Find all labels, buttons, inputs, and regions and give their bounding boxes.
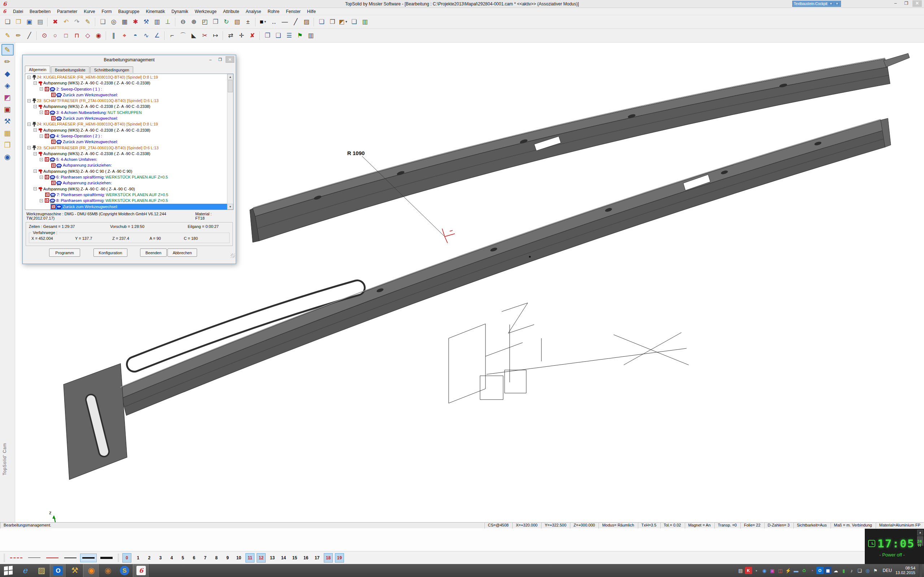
multi-view-icon[interactable]: ❐ xyxy=(210,17,221,27)
coordinate-axes-icon[interactable]: ⊥ xyxy=(163,17,173,27)
dialog-restore-button[interactable]: ❐ xyxy=(216,56,225,63)
tree-row-selected[interactable]: bZurück zum Werkzeugwechsel: xyxy=(50,204,227,210)
taskbar-internet-explorer-icon[interactable]: e xyxy=(16,564,33,577)
programm-button[interactable]: Programm xyxy=(49,248,80,257)
page-9[interactable]: 9 xyxy=(223,553,232,562)
page-4[interactable]: 4 xyxy=(167,553,176,562)
tree-row[interactable]: bZurück zum Werkzeugwechsel: xyxy=(25,115,227,121)
tree-row[interactable]: −Aufspannung (WKS) Z- A -90 C -0.2338 ( … xyxy=(25,80,227,86)
linestyle-thick-black[interactable] xyxy=(80,554,97,562)
refresh-view-icon[interactable]: ↻ xyxy=(221,17,231,27)
dropdown-arrow-icon[interactable]: ▼ xyxy=(264,20,267,23)
tree-collapse-icon[interactable]: − xyxy=(27,76,31,79)
volume-tray-icon[interactable]: ♪ xyxy=(848,567,855,574)
taskbar-outlook-icon[interactable]: O xyxy=(50,564,66,577)
bearbeitungsmanagement-dialog[interactable]: Bearbeitungsmanagement – ❐ ✕ AllgemeinBe… xyxy=(23,55,236,264)
tree-row-content[interactable]: bZurück zum Werkzeugwechsel: xyxy=(50,115,227,121)
tree-row-content[interactable]: Aufspannung (WKS) Z- A -90 C -0.2338 ( Z… xyxy=(38,80,227,86)
group-tool-icon[interactable]: ☰ xyxy=(284,31,294,41)
tree-collapse-icon[interactable]: − xyxy=(34,128,37,132)
tools-icon[interactable]: ⚒ xyxy=(141,17,151,27)
linestyle-xthick-black[interactable] xyxy=(98,554,115,562)
tree-collapse-icon[interactable]: − xyxy=(34,169,37,173)
usb-device-tray-icon[interactable]: ▬ xyxy=(793,567,800,574)
linestyle-thin-black[interactable] xyxy=(26,554,43,562)
tree-row-content[interactable]: Aufspannung (WKS) Z- A -90 C -0.2338 ( Z… xyxy=(38,103,227,109)
page-6[interactable]: 6 xyxy=(189,553,199,562)
tree-row[interactable]: −b4: Sweep-Operation ( 2 ) : xyxy=(25,133,227,139)
page-13[interactable]: 13 xyxy=(268,553,277,562)
zoom-out-icon[interactable]: ⊖ xyxy=(178,17,188,27)
sync-tray-icon[interactable]: ♻ xyxy=(801,567,808,574)
fillet-tool-icon[interactable]: ⌒ xyxy=(178,31,188,41)
tree-row[interactable]: bZurück zum Werkzeugwechsel: xyxy=(25,139,227,145)
dialog-minimize-button[interactable]: – xyxy=(206,56,215,63)
tree-row-content[interactable]: b2: Sweep-Operation ( 1 ) : xyxy=(44,86,227,92)
tree-row[interactable]: −Aufspannung (WKS) Z- A -90 C -0.2338 ( … xyxy=(25,127,227,133)
mode-cam-setup-icon[interactable]: ▣ xyxy=(2,103,14,115)
page-18[interactable]: 18 xyxy=(324,553,333,562)
network-tray-icon[interactable]: ❏ xyxy=(856,567,863,574)
mode-cam-document-icon[interactable]: ❒ xyxy=(2,139,14,151)
tree-row[interactable]: −24: KUGELFRAESER (FR_HEMI-008010Q-BT40)… xyxy=(25,74,227,80)
line-width-icon[interactable]: — xyxy=(280,17,290,27)
copy-tool-icon[interactable]: ❐ xyxy=(262,31,273,41)
tree-row[interactable]: bZurück zum Werkzeugwechsel: xyxy=(25,204,227,210)
tree-row[interactable]: bAufspannung zurückziehen: xyxy=(25,180,227,186)
rectangle-tool-icon[interactable]: □ xyxy=(61,31,71,41)
usb-safely-remove-tray-icon[interactable]: ▮ xyxy=(840,567,848,574)
page-10[interactable]: 10 xyxy=(234,553,243,562)
window-close-button[interactable]: ✕ xyxy=(913,0,922,7)
tree-row[interactable]: −Aufspannung (WKS) Z- A -90 C 90 ( Z- A … xyxy=(25,168,227,174)
onedrive-tray-icon[interactable]: ☁ xyxy=(832,567,840,574)
menu-fenster[interactable]: Fenster xyxy=(283,8,304,15)
menu-hilfe[interactable]: Hilfe xyxy=(304,8,319,15)
page-15[interactable]: 15 xyxy=(290,553,299,562)
sketch-2d-icon[interactable]: ✎ xyxy=(3,31,13,41)
tree-row-content[interactable]: bZurück zum Werkzeugwechsel: xyxy=(50,92,227,98)
linestyle-dashdot-red[interactable] xyxy=(8,554,24,562)
angle-tool-icon[interactable]: ∠ xyxy=(152,31,162,41)
menu-kinematik[interactable]: Kinematik xyxy=(142,8,168,15)
tree-row-content[interactable]: 23: SCHAFTFRAESER (FR_2TAI-006010Q-BT40)… xyxy=(32,98,227,103)
tree-row-content[interactable]: b6: Planfraesen spiralförmig: WERKSTÜCK … xyxy=(44,174,227,180)
center-tool-icon[interactable]: ⌖ xyxy=(120,31,129,41)
delete-tool-icon[interactable]: ✘ xyxy=(247,31,257,41)
zoom-in-icon[interactable]: ⊕ xyxy=(189,17,199,27)
polygon-tool-icon[interactable]: ◇ xyxy=(82,31,93,41)
power-tray-icon[interactable]: ◎ xyxy=(864,567,871,574)
linestyle-medium-black[interactable] xyxy=(62,554,79,562)
kaspersky-tray-icon[interactable]: K xyxy=(745,567,752,574)
window-restore-button[interactable]: ❐ xyxy=(901,0,911,7)
scroll-down-icon[interactable]: ▼ xyxy=(228,204,233,210)
mode-solid-icon[interactable]: ◆ xyxy=(2,68,14,79)
tree-row[interactable]: b7: Planfraesen spiralförmig: WERKSTÜCK … xyxy=(25,192,227,198)
taskbar-firefox-icon[interactable]: ◉ xyxy=(83,564,100,577)
mode-cam-tooling-icon[interactable]: ▦ xyxy=(2,127,14,139)
flag-tool-icon[interactable]: ⚑ xyxy=(295,31,305,41)
scheduler-tray-icon[interactable]: ◔ xyxy=(809,567,816,574)
line-tool-icon[interactable]: ╱ xyxy=(24,31,34,41)
page-0[interactable]: 0 xyxy=(122,553,131,562)
tree-row[interactable]: −b2: Sweep-Operation ( 1 ) : xyxy=(25,86,227,92)
page-11[interactable]: 11 xyxy=(246,553,254,562)
page-16[interactable]: 16 xyxy=(301,553,310,562)
tree-row-content[interactable]: Aufspannung (WKS) Z- A -90 C -0.2338 ( Z… xyxy=(38,127,227,133)
menu-kurve[interactable]: Kurve xyxy=(81,8,98,15)
tree-row-content[interactable]: bZurück zum Werkzeugwechsel: xyxy=(50,139,227,145)
page-5[interactable]: 5 xyxy=(178,553,187,562)
page-8[interactable]: 8 xyxy=(212,553,221,562)
tree-row-content[interactable]: b8: Planfraesen spiralförmig: WERKSTÜCK … xyxy=(44,198,227,203)
cce-tray-icon[interactable]: ▦ xyxy=(824,567,832,574)
tree-collapse-icon[interactable]: − xyxy=(34,82,37,85)
tree-row[interactable]: −b3: 4-Achsen Nutbearbeitung: NUT SCHRUP… xyxy=(25,110,227,115)
operation-tree[interactable]: −24: KUGELFRAESER (FR_HEMI-008010Q-BT40)… xyxy=(25,74,227,210)
tab-bearbeitungsliste[interactable]: Bearbeitungsliste xyxy=(51,66,89,73)
grid-snap-icon[interactable]: ▦ xyxy=(120,17,129,27)
cockpit-dropdown2-icon[interactable]: ▼ xyxy=(835,2,840,5)
taskbar-monkey-app-icon[interactable]: ◉ xyxy=(100,564,116,577)
linestyle-solid-red[interactable] xyxy=(44,554,61,562)
redo-icon[interactable]: ↷ xyxy=(72,17,82,27)
corner-tool-icon[interactable]: ⌐ xyxy=(167,31,177,41)
sketch-3d-icon[interactable]: ✏ xyxy=(13,31,23,41)
